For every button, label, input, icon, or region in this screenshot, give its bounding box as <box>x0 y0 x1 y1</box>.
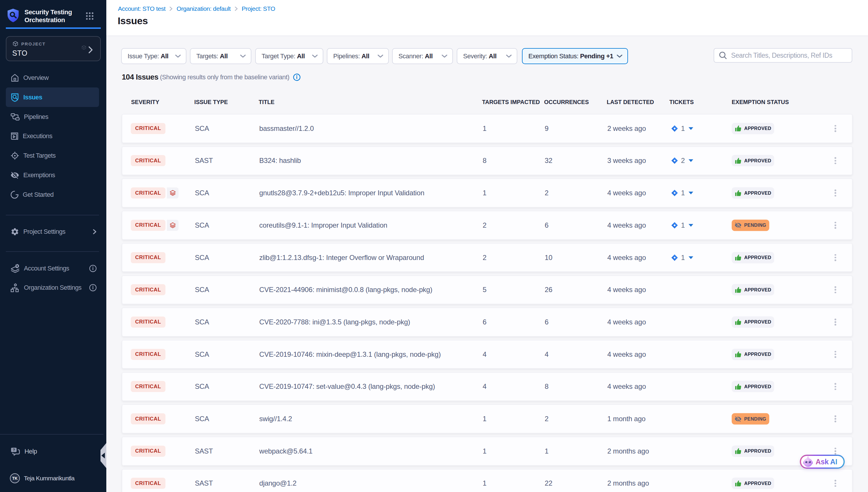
svg-text:?: ? <box>13 448 15 452</box>
